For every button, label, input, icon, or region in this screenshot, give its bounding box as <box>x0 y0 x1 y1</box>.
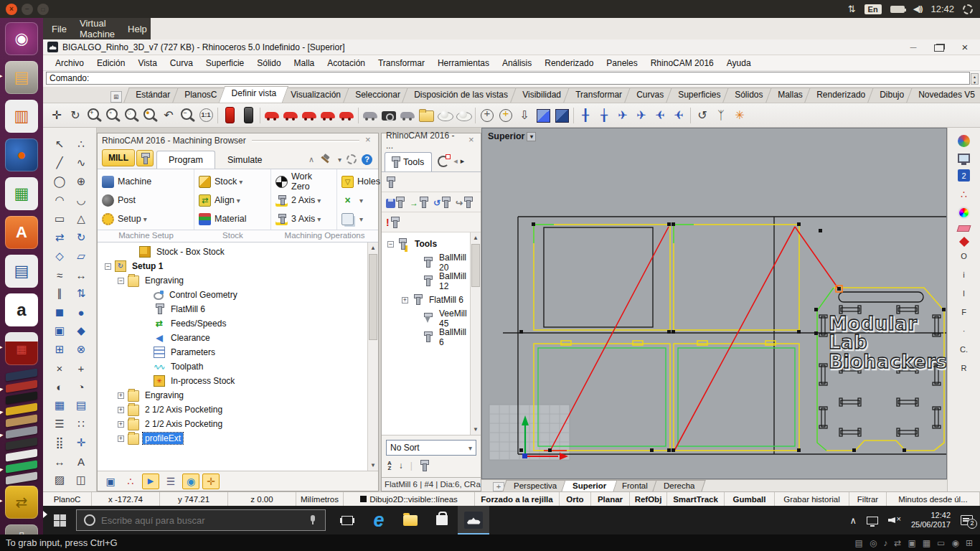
display-status-icon[interactable]: ▭ <box>937 538 945 548</box>
material-button[interactable]: Material <box>199 209 269 228</box>
simulate-compare-icon[interactable]: ☰ <box>162 474 179 489</box>
launcher-ubuntu-dash[interactable]: ◉ <box>5 22 38 55</box>
launcher-stacked-app-2[interactable] <box>6 380 37 393</box>
hatch-icon[interactable]: ▨ <box>49 471 70 489</box>
group-tab-renderizado[interactable]: Renderizado <box>804 88 877 103</box>
tree-item-setup-1[interactable]: − Setup 1 <box>98 259 367 273</box>
zoom-extents-icon[interactable]: ● <box>141 106 159 125</box>
vbox-menu-item[interactable]: Help <box>128 24 147 34</box>
capture-view-icon[interactable] <box>361 106 380 125</box>
join-icon[interactable]: + <box>70 359 92 377</box>
toggle-smarttrack[interactable]: SmartTrack <box>667 492 725 506</box>
toolbar-options-icon[interactable]: ⊞ <box>110 91 122 103</box>
launcher-calc[interactable]: ▦ <box>5 177 38 210</box>
color-wheel-icon[interactable] <box>958 207 970 219</box>
named-cplane-icon[interactable] <box>552 106 571 125</box>
arc-alt-icon[interactable]: ◡ <box>70 191 92 209</box>
rhino-menu-item[interactable]: Edición <box>90 57 131 70</box>
mill-module-button[interactable]: MILL <box>102 149 135 166</box>
simulate-machine-icon[interactable]: ▣ <box>102 474 119 489</box>
tools-tree-scrollbar[interactable]: ▲ ▼ <box>470 232 481 435</box>
launcher-impress[interactable]: ▥ <box>5 100 38 133</box>
freeform-curve-icon[interactable]: ∿ <box>70 154 92 172</box>
tool-alert-button[interactable]: ! <box>386 216 399 228</box>
host-close-button[interactable] <box>6 4 17 15</box>
tree-item-pocketing-2[interactable]: + 2 1/2 Axis Pocketing <box>98 417 367 431</box>
polygon-icon[interactable]: △ <box>70 209 92 228</box>
eraser-icon[interactable] <box>957 225 971 232</box>
save-view-icon[interactable] <box>398 106 417 125</box>
shear-icon[interactable]: ▱ <box>70 247 92 265</box>
tree-expander-icon[interactable]: + <box>402 297 408 303</box>
machining-tree-scrollbar[interactable]: ▲ ▼ <box>367 242 378 471</box>
turntable-icon[interactable]: ↺ <box>693 106 712 125</box>
rhino-menu-item[interactable]: RhinoCAM 2016 <box>644 57 720 70</box>
launcher-stacked-app-9[interactable] <box>6 461 37 474</box>
toggle-refobj[interactable]: RefObj <box>630 492 667 506</box>
rhino-menu-item[interactable]: Archivo <box>49 57 90 70</box>
save-tool-library-button[interactable] <box>386 196 404 208</box>
tools-root[interactable]: − Tools <box>382 235 470 253</box>
edge-button[interactable]: e <box>363 506 395 534</box>
launcher-stacked-app-3[interactable] <box>6 392 37 405</box>
action-center-icon[interactable]: 2 <box>961 515 973 525</box>
statusbar-layer[interactable]: Dibujo2D::visible::líneas <box>344 492 475 506</box>
layouts-icon[interactable] <box>417 106 435 125</box>
tree-expander-icon[interactable]: + <box>118 407 124 413</box>
view-plane-back-icon[interactable]: ✈ <box>651 106 669 125</box>
view-front-icon[interactable]: ╂ <box>576 106 595 125</box>
mouse-status-icon[interactable]: ⊞ <box>966 538 973 548</box>
view-plane-left-icon[interactable]: ✈ <box>632 106 651 125</box>
copy-operations-button[interactable] <box>341 209 377 228</box>
zoom-1to1-icon[interactable]: 1:1 <box>197 106 215 125</box>
block-icon[interactable]: ◫ <box>70 471 92 489</box>
scroll-down-icon[interactable]: ▼ <box>471 424 481 435</box>
group-tab-disposicion[interactable]: Disposición de las vistas <box>402 88 519 103</box>
arc-icon[interactable]: ◠ <box>49 191 70 209</box>
tool-veemill-45[interactable]: VeeMill 45 <box>382 309 470 328</box>
launcher-stacked-app-5[interactable] <box>6 415 37 428</box>
3-axis-button[interactable]: 3 Axis <box>275 209 335 228</box>
microphone-icon[interactable] <box>309 515 316 525</box>
display-xray-icon[interactable] <box>337 106 356 125</box>
text-icon[interactable]: A <box>70 452 92 471</box>
curve-edit-icon[interactable]: ≈ <box>49 265 70 284</box>
statusbar-x[interactable]: x -172.74 <box>92 492 160 506</box>
group-tab-novedades[interactable]: Novedades V5 <box>906 88 980 103</box>
tools-panel-close-icon[interactable] <box>468 136 476 145</box>
preferences-gear-icon[interactable] <box>347 154 357 164</box>
show-hidden-icons[interactable]: ∧ <box>849 515 857 526</box>
launcher-amazon[interactable]: a <box>5 293 38 326</box>
right-dock-tab-letter[interactable]: · <box>963 326 966 339</box>
chamfer-icon[interactable]: ◔ <box>70 377 92 396</box>
viewport-tab-perspectiva[interactable]: Perspectiva <box>502 480 567 491</box>
host-clock[interactable]: 12:42 <box>930 4 954 14</box>
toggle-gumball[interactable]: Gumball <box>725 492 775 506</box>
load-tool-library-button[interactable]: → <box>410 196 428 208</box>
vbox-menu-item[interactable]: Virtual Machine <box>80 18 115 39</box>
cone-icon[interactable]: ◆ <box>70 321 92 340</box>
keyboard-layout-indicator[interactable]: En <box>864 4 882 14</box>
launcher-stacked-app-8[interactable] <box>6 449 37 462</box>
battery-icon[interactable] <box>890 6 905 13</box>
tree-expander-icon[interactable]: + <box>118 392 124 399</box>
edit-tool-button[interactable]: ↪ <box>456 196 472 208</box>
tree-item-in-process-stock[interactable]: In-process Stock <box>98 374 367 388</box>
layer-2-icon[interactable]: 2 <box>958 169 970 182</box>
box-icon[interactable]: ◼ <box>49 303 70 321</box>
points-cluster-icon[interactable]: ∴ <box>958 188 970 200</box>
statusbar-z[interactable]: z 0.00 <box>228 492 296 506</box>
sphere-icon[interactable]: ● <box>70 303 92 321</box>
toggle-ortho[interactable]: Orto <box>560 492 591 506</box>
spotlight-icon[interactable]: ✳ <box>730 106 749 125</box>
vbox-menu-item[interactable]: File <box>52 24 67 34</box>
rhino-menu-item[interactable]: Curva <box>164 57 199 70</box>
rhino-restore-button[interactable] <box>934 44 944 52</box>
rhino-menu-item[interactable]: Herramientas <box>431 57 496 70</box>
display-traffic-dark-icon[interactable] <box>239 106 258 125</box>
launcher-stacked-app-4[interactable] <box>6 403 37 416</box>
machine-button[interactable]: Machine <box>102 172 192 191</box>
layers-icon[interactable]: ☰ <box>49 415 70 433</box>
toggle-record-history[interactable]: Grabar historial <box>775 492 849 506</box>
simulate-tool-icon[interactable]: ∴ <box>122 474 139 489</box>
